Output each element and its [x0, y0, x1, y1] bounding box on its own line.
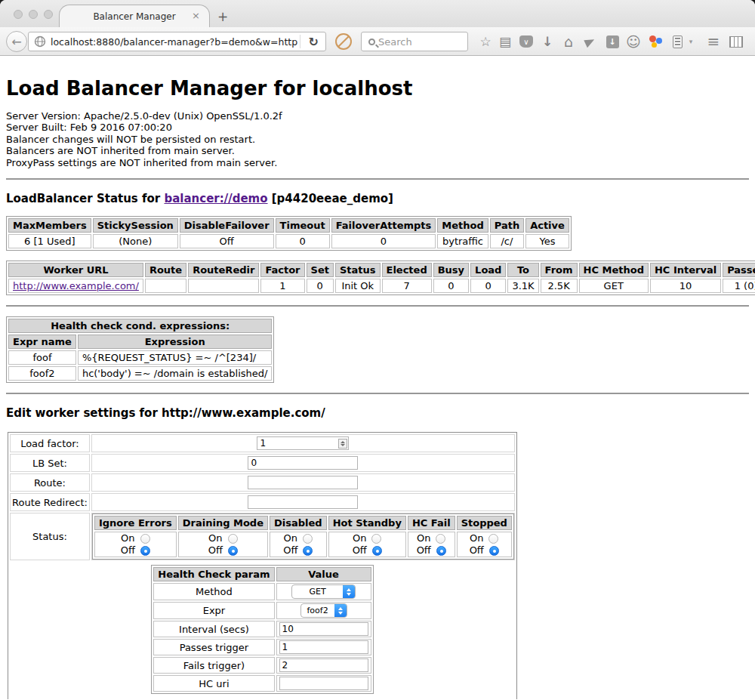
- pocket-icon[interactable]: ∨: [516, 27, 536, 56]
- edit-worker-heading: Edit worker settings for http://www.exam…: [6, 406, 749, 420]
- column-header: Route: [145, 263, 186, 277]
- browser-tab[interactable]: Balancer Manager ×: [59, 5, 210, 27]
- passes-input[interactable]: [279, 640, 368, 654]
- load-factor-input[interactable]: [257, 436, 349, 450]
- column-header: Health Check param: [153, 567, 274, 581]
- browser-window: Balancer Manager × + ← localhost:8880/ba…: [0, 0, 755, 700]
- radio-ignore-errors-on[interactable]: [140, 534, 150, 544]
- save-arrow: ↓: [609, 37, 615, 47]
- route-label: Route:: [10, 473, 90, 492]
- zoom-window-button[interactable]: [44, 10, 53, 19]
- column-header: MaxMembers: [8, 218, 91, 233]
- cell-stickysession: (None): [93, 234, 178, 248]
- navigation-toolbar: ← localhost:8880/balancer-manager?b=demo…: [0, 27, 755, 56]
- save-page-icon[interactable]: ↓: [602, 27, 622, 56]
- horizontal-rule: [6, 393, 749, 394]
- cell-passes: 1 (0): [723, 279, 755, 293]
- column-header: Stopped: [457, 516, 512, 530]
- interval-input[interactable]: [279, 622, 368, 636]
- radio-ignore-errors-off[interactable]: [140, 546, 150, 556]
- menu-hamburger-icon[interactable]: ≡: [704, 27, 723, 56]
- balancer-status-heading: LoadBalancer Status for balancer://demo …: [6, 192, 749, 205]
- cell-active: Yes: [525, 234, 569, 248]
- close-window-button[interactable]: [14, 10, 23, 19]
- feedback-smiley-icon[interactable]: ☺: [624, 27, 643, 56]
- radio-draining-mode-on[interactable]: [228, 534, 238, 544]
- column-header: Status: [335, 263, 381, 277]
- window-controls[interactable]: [14, 10, 53, 19]
- column-header: Timeout: [276, 218, 330, 233]
- send-tab-icon[interactable]: [580, 27, 599, 56]
- radio-hot-standby-off[interactable]: [372, 546, 382, 556]
- status-table: Ignore Errors Draining Mode Disabled Hot…: [92, 513, 514, 560]
- bookmark-star-icon[interactable]: ☆: [476, 27, 495, 56]
- tab-groups-icon[interactable]: [726, 27, 746, 56]
- cell-hc-method: GET: [579, 279, 649, 293]
- radio-hc-fail-off[interactable]: [436, 546, 446, 556]
- radio-hc-fail-on[interactable]: [436, 534, 445, 544]
- new-tab-button[interactable]: +: [217, 9, 228, 24]
- cell-route: [145, 279, 186, 293]
- load-factor-field[interactable]: [257, 436, 349, 450]
- pocket-chevron: ∨: [523, 38, 528, 46]
- content-blocker-icon[interactable]: [335, 33, 352, 50]
- cell-set: 0: [307, 279, 334, 293]
- expr-table-title: Health check cond. expressions:: [8, 319, 272, 333]
- method-select-value: GET: [292, 587, 343, 597]
- hc-row: Fails trigger): [153, 657, 371, 674]
- chevron-down-icon[interactable]: ▾: [686, 27, 696, 56]
- back-button[interactable]: ←: [6, 31, 27, 52]
- worker-url-link[interactable]: http://www.example.com/: [13, 280, 139, 291]
- downloads-icon[interactable]: ↓: [538, 27, 557, 56]
- expr-select[interactable]: foof2: [300, 603, 347, 618]
- sidebar-icon[interactable]: [669, 27, 686, 56]
- column-header: Disabled: [270, 516, 327, 530]
- url-text[interactable]: localhost:8880/balancer-manager?b=demo&w…: [51, 36, 298, 48]
- column-header: StickySession: [93, 218, 178, 233]
- route-redirect-input[interactable]: [248, 495, 358, 509]
- column-header: HC Method: [579, 263, 649, 277]
- fails-input[interactable]: [279, 658, 368, 672]
- tab-close-icon[interactable]: ×: [192, 11, 200, 20]
- radio-draining-mode-off[interactable]: [228, 546, 238, 556]
- balancer-link[interactable]: balancer://demo: [164, 192, 267, 205]
- home-icon[interactable]: ⌂: [559, 27, 578, 56]
- fails-label: Fails trigger): [153, 657, 274, 674]
- radio-stopped-off[interactable]: [489, 546, 499, 556]
- horizontal-rule: [6, 305, 749, 307]
- expr-row: foof %{REQUEST_STATUS} =~ /^[234]/: [8, 350, 272, 365]
- form-row: Load factor:: [10, 434, 515, 452]
- cell-expr-name: foof: [8, 350, 76, 365]
- method-select[interactable]: GET: [291, 584, 356, 599]
- column-header: Hot Standby: [328, 516, 406, 530]
- url-bar[interactable]: localhost:8880/balancer-manager?b=demo&w…: [28, 32, 326, 51]
- reading-list-icon[interactable]: ▤: [495, 27, 515, 56]
- form-row: Status: Ignore Errors Draining Mode Disa…: [10, 513, 515, 560]
- form-row: Route Redirect:: [10, 493, 515, 511]
- cell-from: 2.5K: [541, 279, 578, 293]
- search-input[interactable]: [378, 36, 454, 48]
- column-header: Expr name: [8, 335, 76, 349]
- radio-disabled-off[interactable]: [303, 546, 313, 556]
- test-pilot-icon[interactable]: [646, 27, 666, 56]
- lb-set-input[interactable]: [248, 456, 358, 470]
- radio-stopped-on[interactable]: [488, 534, 498, 544]
- load-factor-label: Load factor:: [10, 434, 90, 452]
- hc-uri-input[interactable]: [279, 677, 368, 690]
- notice-line: ProxyPass settings are NOT inherited fro…: [6, 157, 749, 168]
- notice-line: Balancer changes will NOT be persisted o…: [6, 134, 749, 145]
- search-bar[interactable]: [361, 32, 468, 51]
- radio-hot-standby-on[interactable]: [371, 534, 381, 544]
- tab-bar: Balancer Manager × +: [0, 0, 755, 27]
- balancer-params-table: MaxMembers StickySession DisableFailover…: [6, 216, 572, 251]
- heading-suffix: [p4420eeae_demo]: [268, 192, 393, 205]
- route-redirect-label: Route Redirect:: [10, 493, 90, 511]
- route-input[interactable]: [248, 476, 358, 489]
- minimize-window-button[interactable]: [29, 10, 38, 19]
- radio-disabled-on[interactable]: [303, 534, 313, 544]
- column-header: DisableFailover: [180, 218, 274, 233]
- hc-row: Expr foof2: [153, 602, 371, 619]
- number-spinner-icon[interactable]: [338, 439, 347, 449]
- on-label: On: [121, 532, 134, 544]
- reload-icon[interactable]: ↻: [309, 35, 319, 49]
